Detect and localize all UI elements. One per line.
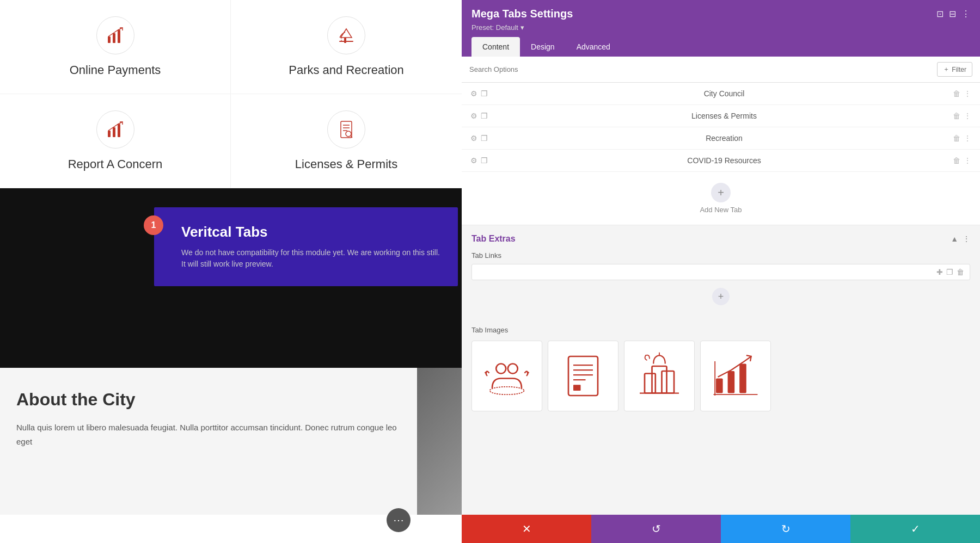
- tab-item-icons: ⚙ ❐: [470, 89, 488, 98]
- city-icon: [635, 351, 684, 400]
- about-title: About the City: [16, 390, 401, 410]
- doc-icon: [336, 120, 356, 139]
- resize-icon[interactable]: ⊡: [936, 9, 944, 19]
- float-button[interactable]: ⋯: [387, 508, 411, 532]
- svg-point-17: [490, 387, 524, 394]
- grid-item-parks-recreation[interactable]: Parks and Recreation: [231, 0, 462, 94]
- copy-icon[interactable]: ❐: [481, 112, 488, 120]
- tab-images-grid: [471, 341, 970, 411]
- dark-section: 1 Veritcal Tabs We do not have compatibi…: [0, 188, 462, 368]
- more-icon[interactable]: ⋮: [961, 9, 970, 19]
- tab-list-item[interactable]: ⚙ ❐ City Council 🗑 ⋮: [462, 83, 980, 105]
- delete-link-icon[interactable]: 🗑: [957, 268, 964, 276]
- svg-rect-8: [118, 124, 120, 137]
- tab-content[interactable]: Content: [471, 37, 520, 57]
- add-link-area: +: [471, 285, 970, 308]
- gear-icon[interactable]: ⚙: [470, 89, 477, 98]
- copy-link-icon[interactable]: ❐: [946, 268, 953, 276]
- chart-arrow-icon: [711, 351, 760, 400]
- tab-list-item[interactable]: ⚙ ❐ Recreation 🗑 ⋮: [462, 127, 980, 150]
- tab-image-3[interactable]: [624, 341, 695, 411]
- gear-icon[interactable]: ⚙: [470, 112, 477, 120]
- reset-button[interactable]: ↺: [591, 515, 721, 543]
- people-icon: [482, 351, 531, 400]
- tab-design[interactable]: Design: [520, 37, 566, 57]
- tab-image-4[interactable]: [700, 341, 771, 411]
- cancel-button[interactable]: ✕: [462, 515, 591, 543]
- panel-header-top: Mega Tabs Settings ⊡ ⊟ ⋮: [471, 8, 970, 20]
- about-image-bg: [417, 368, 462, 515]
- tab-extras-section: Tab Extras ▲ ⋮ Tab Links ✚ ❐ 🗑 +: [462, 225, 980, 317]
- svg-point-15: [496, 364, 506, 374]
- more-icon[interactable]: ⋮: [964, 112, 971, 120]
- add-link-button[interactable]: +: [712, 288, 730, 305]
- more-icon[interactable]: ⋮: [964, 156, 971, 165]
- filter-button[interactable]: ＋ Filter: [937, 62, 972, 77]
- tab-images-section: Tab Images: [462, 317, 980, 420]
- gear-icon[interactable]: ⚙: [470, 134, 477, 143]
- panel-header: Mega Tabs Settings ⊡ ⊟ ⋮ Preset: Default…: [462, 0, 980, 57]
- panel-tabs: Content Design Advanced: [471, 37, 970, 57]
- save-button[interactable]: ✓: [850, 515, 980, 543]
- tab-list-item[interactable]: ⚙ ❐ COVID-19 Resources 🗑 ⋮: [462, 150, 980, 172]
- more-icon[interactable]: ⋮: [964, 134, 971, 143]
- svg-rect-29: [716, 379, 723, 393]
- panel-body[interactable]: ＋ Filter ⚙ ❐ City Council 🗑 ⋮: [462, 57, 980, 543]
- tab-advanced[interactable]: Advanced: [566, 37, 621, 57]
- tab-links-row: ✚ ❐ 🗑: [471, 264, 970, 280]
- copy-icon[interactable]: ❐: [481, 134, 488, 143]
- svg-rect-26: [645, 374, 656, 393]
- search-input[interactable]: [469, 65, 937, 73]
- park-icon: [336, 26, 356, 45]
- delete-icon[interactable]: 🗑: [953, 134, 960, 143]
- cancel-icon: ✕: [522, 522, 531, 535]
- search-area: ＋ Filter: [462, 57, 980, 83]
- grid-item-report-concern[interactable]: Report A Concern: [0, 94, 231, 188]
- about-text-area: About the City Nulla quis lorem ut liber…: [0, 368, 417, 515]
- add-link-icon[interactable]: ✚: [936, 268, 943, 276]
- svg-rect-18: [568, 356, 598, 396]
- add-new-tab-button[interactable]: +: [711, 183, 731, 202]
- preset-arrow: ▾: [520, 23, 524, 32]
- plus-icon: ＋: [943, 65, 950, 74]
- parks-recreation-label: Parks and Recreation: [289, 63, 404, 77]
- panel-preset[interactable]: Preset: Default ▾: [471, 23, 970, 32]
- more-icon[interactable]: ⋮: [964, 89, 971, 98]
- chart-icon: [106, 26, 125, 45]
- tab-extras-header: Tab Extras ▲ ⋮: [471, 234, 970, 244]
- gear-icon[interactable]: ⚙: [470, 156, 477, 165]
- vertical-tabs-title: Veritcal Tabs: [181, 224, 442, 240]
- copy-icon[interactable]: ❐: [481, 89, 488, 98]
- right-panel: Mega Tabs Settings ⊡ ⊟ ⋮ Preset: Default…: [462, 0, 980, 543]
- tab-item-actions: 🗑 ⋮: [953, 89, 971, 98]
- report-concern-icon-container: [96, 110, 134, 149]
- grid-item-licenses-permits[interactable]: Licenses & Permits: [231, 94, 462, 188]
- grid-item-online-payments[interactable]: Online Payments: [0, 0, 231, 94]
- delete-icon[interactable]: 🗑: [953, 112, 960, 120]
- svg-rect-0: [108, 36, 111, 43]
- tab-list-item[interactable]: ⚙ ❐ Licenses & Permits 🗑 ⋮: [462, 105, 980, 127]
- panel-title: Mega Tabs Settings: [471, 8, 573, 20]
- svg-rect-1: [113, 33, 115, 43]
- tab-image-2[interactable]: [548, 341, 618, 411]
- about-section: About the City Nulla quis lorem ut liber…: [0, 368, 462, 515]
- svg-rect-31: [739, 364, 746, 393]
- bottom-bar: ✕ ↺ ↻ ✓: [462, 515, 980, 543]
- collapse-icon[interactable]: ▲: [951, 235, 958, 243]
- redo-button[interactable]: ↻: [721, 515, 850, 543]
- delete-icon[interactable]: 🗑: [953, 89, 960, 98]
- copy-icon[interactable]: ❐: [481, 156, 488, 165]
- report-icon: [106, 120, 125, 139]
- tab-item-name-recreation: Recreation: [495, 134, 953, 143]
- online-payments-label: Online Payments: [70, 63, 161, 77]
- vertical-tabs-desc: We do not have compatibility for this mo…: [181, 247, 442, 270]
- document-icon: [559, 351, 608, 400]
- tab-item-icons: ⚙ ❐: [470, 112, 488, 120]
- main-content: Online Payments Parks and Recreation: [0, 0, 462, 543]
- more-icon[interactable]: ⋮: [963, 235, 970, 243]
- tab-item-actions: 🗑 ⋮: [953, 134, 971, 143]
- tab-links-input[interactable]: [477, 268, 936, 276]
- tab-image-1[interactable]: [471, 341, 542, 411]
- columns-icon[interactable]: ⊟: [949, 9, 956, 19]
- delete-icon[interactable]: 🗑: [953, 156, 960, 165]
